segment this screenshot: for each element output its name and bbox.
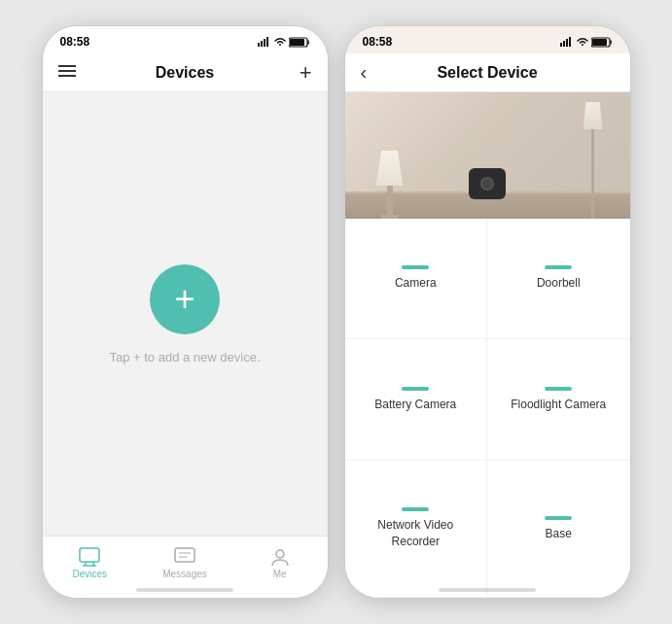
back-button[interactable]: ‹ — [361, 61, 368, 84]
svg-rect-3 — [266, 37, 268, 47]
battery-icon — [289, 37, 310, 48]
camera-lens — [480, 177, 494, 191]
svg-rect-18 — [563, 41, 565, 47]
signal-icons-right — [560, 37, 613, 48]
camera-device-label: Camera — [395, 275, 437, 292]
tab-me-label: Me — [273, 569, 287, 579]
floodlight-device-icon — [545, 387, 572, 391]
doorbell-device-label: Doorbell — [537, 275, 581, 292]
lamp-base-left — [387, 186, 393, 215]
svg-rect-22 — [592, 39, 607, 46]
page-title-left: Devices — [156, 64, 215, 82]
nvr-device-icon — [402, 507, 429, 511]
tab-devices-label: Devices — [73, 569, 108, 579]
svg-point-16 — [276, 550, 284, 558]
svg-rect-1 — [261, 41, 263, 47]
device-cell-doorbell[interactable]: Doorbell — [487, 219, 630, 339]
home-indicator-right — [439, 588, 536, 592]
tab-devices[interactable]: Devices — [43, 547, 138, 579]
device-hero-image — [345, 92, 630, 219]
signal-icon-right — [560, 37, 574, 47]
tab-messages-label: Messages — [162, 569, 207, 579]
left-phone: 08:58 Devices + + Tap + to add a new dev… — [42, 25, 329, 599]
svg-rect-0 — [258, 43, 260, 47]
time-right: 08:58 — [363, 35, 393, 49]
device-cell-floodlight[interactable]: Floodlight Camera — [487, 339, 630, 460]
device-cell-camera[interactable]: Camera — [345, 219, 488, 339]
device-cell-battery-camera[interactable]: Battery Camera — [345, 339, 488, 460]
nav-bar-right: ‹ Select Device — [345, 53, 630, 92]
signal-icon — [258, 37, 271, 47]
right-phone: 08:58 ‹ Select Device — [344, 25, 631, 599]
svg-rect-17 — [560, 43, 562, 47]
svg-rect-19 — [566, 39, 568, 47]
svg-rect-13 — [175, 548, 195, 562]
main-content-left: + Tap + to add a new device. — [43, 92, 328, 536]
tab-me[interactable]: Me — [232, 547, 328, 579]
camera-device-icon — [402, 265, 429, 269]
lamp-shade-right — [584, 102, 603, 129]
add-icon-nav[interactable]: + — [300, 60, 312, 86]
lamp-shade-left — [376, 151, 404, 186]
svg-rect-2 — [264, 39, 265, 47]
svg-rect-20 — [569, 37, 571, 47]
battery-camera-device-icon — [402, 387, 429, 391]
add-hint-text: Tap + to add a new device. — [109, 350, 260, 364]
wifi-icon — [274, 37, 286, 47]
page-title-right: Select Device — [437, 64, 537, 82]
status-bar-left: 08:58 — [43, 26, 328, 53]
device-cell-base[interactable]: Base — [487, 461, 630, 598]
wifi-icon-right — [577, 37, 588, 47]
devices-tab-icon — [79, 547, 100, 567]
camera-object — [469, 168, 506, 199]
add-device-button[interactable]: + — [150, 264, 220, 334]
lamp-left — [376, 151, 404, 219]
nvr-device-label: Network Video Recorder — [377, 517, 453, 550]
status-bar-right: 08:58 — [345, 26, 630, 53]
svg-rect-9 — [80, 548, 99, 562]
battery-camera-device-label: Battery Camera — [374, 397, 456, 413]
tab-messages[interactable]: Messages — [137, 547, 232, 579]
base-device-label: Base — [546, 526, 572, 542]
lamp-right — [584, 92, 603, 219]
time-left: 08:58 — [60, 35, 90, 49]
svg-rect-5 — [290, 39, 304, 46]
device-cell-nvr[interactable]: Network Video Recorder — [345, 461, 488, 598]
base-device-icon — [545, 516, 572, 520]
messages-tab-icon — [174, 547, 195, 567]
home-indicator-left — [136, 588, 233, 592]
floodlight-device-label: Floodlight Camera — [511, 397, 606, 413]
lamp-pole-right — [591, 129, 594, 219]
doorbell-device-icon — [545, 265, 572, 269]
menu-icon[interactable] — [58, 62, 76, 83]
signal-icons-left — [258, 37, 310, 48]
battery-icon-right — [591, 37, 613, 48]
device-grid: Camera Doorbell Battery Camera Floodligh… — [345, 219, 630, 598]
nav-bar-left: Devices + — [43, 53, 328, 92]
lamp-foot-left — [381, 215, 399, 219]
me-tab-icon — [269, 547, 291, 567]
